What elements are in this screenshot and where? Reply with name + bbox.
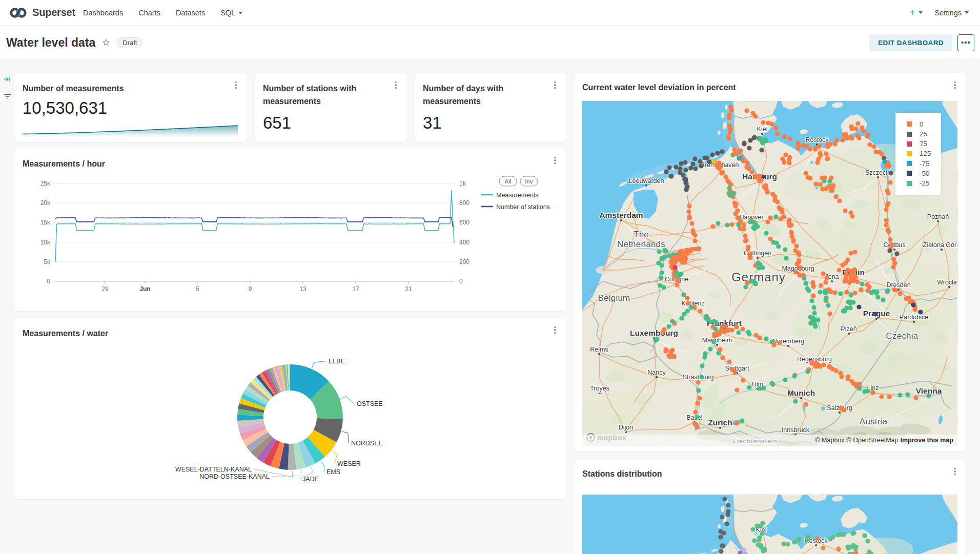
station-dot[interactable] [712,334,717,338]
station-dot[interactable] [659,263,664,268]
stations-kebab-icon[interactable] [392,81,399,90]
station-dot[interactable] [853,126,858,131]
station-dot[interactable] [862,533,867,538]
station-dot[interactable] [683,168,688,172]
station-dot[interactable] [805,369,810,374]
station-dot[interactable] [732,370,737,375]
station-dot[interactable] [699,163,703,168]
station-dot[interactable] [680,259,684,264]
station-dot[interactable] [884,222,888,227]
station-dot[interactable] [727,186,731,190]
station-dot[interactable] [684,187,688,192]
station-dot[interactable] [737,156,741,160]
station-dot[interactable] [792,540,797,544]
station-dot[interactable] [771,342,776,347]
station-dot[interactable] [775,199,780,204]
station-dot[interactable] [750,219,754,224]
legend-item[interactable]: 0 [907,119,941,129]
station-dot[interactable] [759,177,763,182]
station-dot[interactable] [718,535,723,539]
osm-attribution[interactable]: © OpenStreetMap [847,437,899,444]
station-dot[interactable] [679,161,683,166]
station-dot[interactable] [690,161,695,166]
station-dot[interactable] [885,288,890,293]
station-dot[interactable] [859,287,863,292]
station-dot[interactable] [891,257,896,261]
station-dot[interactable] [682,312,686,316]
expand-filter-bar-icon[interactable] [4,75,11,83]
station-dot[interactable] [670,319,675,323]
station-dot[interactable] [811,305,816,310]
station-dot[interactable] [780,210,784,214]
station-dot[interactable] [695,424,699,429]
station-dot[interactable] [881,297,885,302]
station-dot[interactable] [791,239,795,243]
station-dot[interactable] [833,368,838,373]
station-dot[interactable] [848,544,853,549]
station-dot[interactable] [670,347,675,352]
station-dot[interactable] [843,132,848,136]
stations-map[interactable]: KielRostock [582,487,957,554]
station-dot[interactable] [667,354,672,359]
station-dot[interactable] [855,279,860,284]
deviation-map-kebab-icon[interactable] [951,81,958,90]
station-dot[interactable] [666,324,671,329]
station-dot[interactable] [758,136,762,140]
station-dot[interactable] [756,542,760,547]
station-dot[interactable] [837,198,842,203]
chart-title[interactable]: Stations distribution [582,468,957,481]
station-dot[interactable] [818,182,822,187]
station-dot[interactable] [760,531,764,536]
edit-dashboard-button[interactable]: EDIT DASHBOARD [869,34,952,51]
station-dot[interactable] [673,165,678,169]
station-dot[interactable] [664,169,668,174]
station-dot[interactable] [659,270,664,275]
station-dot[interactable] [692,238,697,243]
station-dot[interactable] [695,401,700,405]
station-dot[interactable] [865,539,870,543]
station-dot[interactable] [809,361,814,365]
station-dot[interactable] [865,134,869,138]
station-dot[interactable] [821,362,826,367]
station-dot[interactable] [823,280,828,284]
station-dot[interactable] [879,394,884,399]
station-dot[interactable] [885,202,889,207]
station-dot[interactable] [729,327,734,332]
station-dot[interactable] [662,254,667,259]
station-dot[interactable] [809,298,814,303]
station-dot[interactable] [821,271,825,276]
station-dot[interactable] [792,374,797,378]
station-dot[interactable] [926,393,931,398]
station-dot[interactable] [745,247,750,251]
station-dot[interactable] [846,299,850,304]
station-dot[interactable] [803,402,808,406]
station-dot[interactable] [725,512,730,517]
station-dot[interactable] [733,203,738,208]
station-dot[interactable] [840,137,845,142]
station-dot[interactable] [746,166,751,171]
station-dot[interactable] [793,270,798,274]
station-dot[interactable] [762,546,766,551]
station-dot[interactable] [796,538,801,542]
station-dot[interactable] [825,144,830,149]
station-dot[interactable] [849,124,853,129]
station-dot[interactable] [692,247,697,251]
station-dot[interactable] [803,281,808,285]
station-dot[interactable] [794,261,799,266]
station-dot[interactable] [741,222,746,227]
station-dot[interactable] [719,171,724,175]
station-dot[interactable] [747,385,751,389]
station-dot[interactable] [897,393,902,397]
station-dot[interactable] [830,535,835,539]
station-dot[interactable] [741,227,746,231]
station-dot[interactable] [716,330,720,335]
station-dot[interactable] [871,144,876,149]
station-dot[interactable] [720,543,724,548]
station-dot[interactable] [811,284,815,289]
new-item-button[interactable]: + [909,7,923,18]
station-dot[interactable] [770,382,775,386]
station-dot[interactable] [829,175,833,180]
station-dot[interactable] [887,394,891,399]
station-dot[interactable] [734,387,739,392]
station-dot[interactable] [679,316,684,320]
